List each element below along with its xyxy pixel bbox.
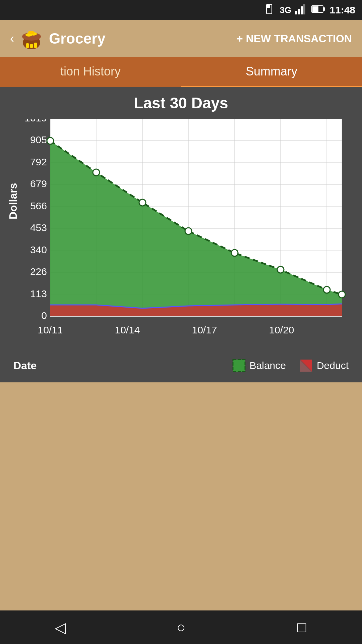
- svg-text:10/11: 10/11: [38, 324, 63, 335]
- tab-transaction-history[interactable]: tion History: [0, 57, 181, 87]
- status-bar: 3G 11:48: [0, 0, 362, 20]
- svg-rect-3: [298, 9, 300, 14]
- chart-legend: Date Balance Deduct: [7, 359, 355, 372]
- svg-rect-2: [295, 11, 297, 14]
- header-left: ‹ Grocery: [10, 26, 106, 51]
- svg-text:1019: 1019: [24, 119, 47, 123]
- svg-text:905: 905: [30, 134, 47, 145]
- chart-x-axis-label: Date: [13, 360, 37, 372]
- chart-title: Last 30 Days: [7, 94, 355, 112]
- svg-rect-62: [233, 360, 245, 372]
- svg-rect-15: [26, 43, 29, 48]
- svg-text:226: 226: [30, 266, 47, 277]
- svg-text:Dollars: Dollars: [7, 183, 19, 219]
- sim-card-icon: [265, 4, 276, 17]
- svg-rect-8: [323, 7, 325, 11]
- app-header: ‹ Grocery + NEW TRANSACTION: [0, 20, 362, 57]
- legend-balance: Balance: [232, 359, 286, 372]
- svg-rect-5: [303, 4, 305, 14]
- signal-icon: [295, 4, 307, 17]
- chart-container: Last 30 Days 1019: [0, 87, 362, 382]
- deduct-legend-icon: [299, 359, 313, 372]
- app-title: Grocery: [49, 30, 106, 47]
- svg-text:340: 340: [30, 244, 47, 255]
- svg-point-54: [231, 250, 238, 256]
- svg-text:566: 566: [30, 200, 47, 211]
- svg-rect-4: [301, 6, 303, 14]
- tab-history-label: tion History: [60, 64, 121, 78]
- svg-text:113: 113: [30, 288, 47, 299]
- balance-legend-icon: [232, 359, 246, 372]
- status-icons: 3G 11:48: [265, 4, 355, 17]
- svg-point-52: [139, 199, 146, 206]
- svg-text:10/17: 10/17: [192, 324, 217, 335]
- time-display: 11:48: [329, 4, 355, 16]
- tabs-bar: tion History Summary: [0, 57, 362, 87]
- tab-summary-label: Summary: [246, 64, 297, 78]
- home-nav-button[interactable]: ○: [168, 614, 194, 641]
- svg-rect-17: [34, 43, 37, 48]
- deduct-label: Deduct: [317, 360, 349, 371]
- back-nav-button[interactable]: ◁: [47, 614, 74, 641]
- recent-nav-button[interactable]: □: [288, 614, 315, 641]
- new-transaction-button[interactable]: + NEW TRANSACTION: [237, 33, 352, 45]
- app-icon: [19, 26, 44, 51]
- chart-svg: 1019 905 792 679 566 453 340 226 113 0 D…: [7, 119, 355, 354]
- svg-point-50: [47, 138, 54, 144]
- svg-text:0: 0: [41, 310, 47, 321]
- bottom-navigation: ◁ ○ □: [0, 610, 362, 644]
- svg-text:679: 679: [30, 178, 47, 189]
- battery-icon: [311, 4, 325, 16]
- svg-text:10/14: 10/14: [115, 324, 140, 335]
- svg-point-57: [339, 291, 345, 298]
- legend-items: Balance Deduct: [232, 359, 349, 372]
- legend-deduct: Deduct: [299, 359, 349, 372]
- balance-label: Balance: [250, 360, 286, 371]
- tab-summary[interactable]: Summary: [181, 57, 362, 87]
- back-button[interactable]: ‹: [10, 32, 14, 46]
- svg-text:10/20: 10/20: [269, 324, 294, 335]
- svg-text:453: 453: [30, 222, 47, 233]
- svg-point-51: [93, 169, 100, 176]
- chart-area: 1019 905 792 679 566 453 340 226 113 0 D…: [7, 119, 355, 354]
- svg-point-55: [277, 266, 284, 273]
- svg-rect-16: [30, 44, 33, 48]
- svg-text:792: 792: [30, 156, 47, 167]
- svg-point-53: [185, 228, 192, 234]
- network-label: 3G: [280, 5, 292, 15]
- svg-rect-7: [312, 6, 318, 12]
- svg-rect-1: [267, 5, 270, 8]
- svg-point-56: [323, 286, 330, 293]
- svg-point-14: [28, 31, 35, 34]
